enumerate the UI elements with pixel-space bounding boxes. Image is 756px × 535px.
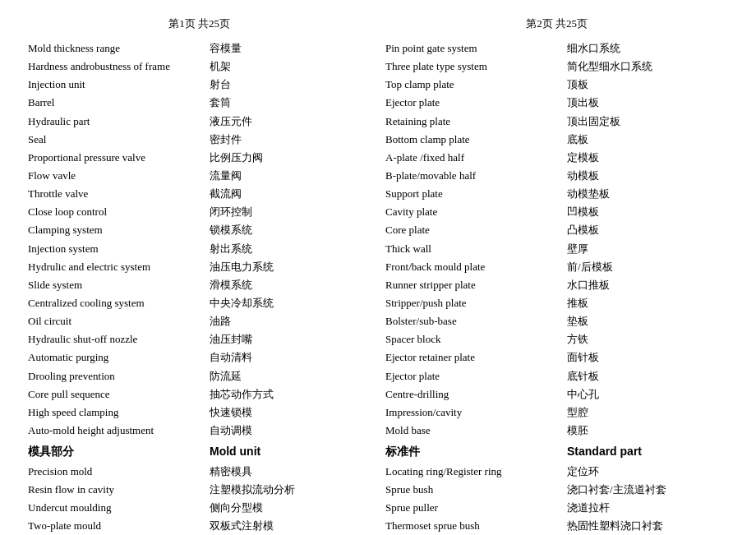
entry-chinese: 闭环控制 bbox=[206, 203, 374, 221]
entry-chinese: 浇口衬套/主流道衬套 bbox=[564, 481, 731, 499]
table-row: High speed clamping快速锁模 bbox=[25, 404, 374, 422]
table-row: Ejector retainer plate面针板 bbox=[382, 348, 731, 367]
table-row: Mold thickness range容模量 bbox=[25, 39, 374, 58]
entry-chinese: 中央冷却系统 bbox=[206, 294, 374, 312]
entry-english: Injection unit bbox=[25, 76, 206, 94]
page-header-1: 第1页 共25页 bbox=[25, 16, 374, 31]
entry-english: Centre-drilling bbox=[382, 385, 564, 404]
entry-chinese: 凸模板 bbox=[564, 221, 731, 239]
entry-chinese: 比例压力阀 bbox=[206, 149, 374, 167]
entry-english: A-plate /fixed half bbox=[382, 149, 564, 167]
table-row: Slide system滑模系统 bbox=[25, 276, 374, 294]
entry-chinese: 精密模具 bbox=[206, 463, 374, 481]
entry-english: Ejector plate bbox=[382, 94, 564, 112]
entry-english: Support plate bbox=[382, 185, 564, 203]
table-row: 模具部分Mold unit bbox=[25, 440, 374, 463]
table-row: Sprue bush浇口衬套/主流道衬套 bbox=[382, 481, 731, 499]
entry-chinese: 中心孔 bbox=[564, 385, 731, 404]
table-row: Core plate凸模板 bbox=[382, 221, 731, 239]
table-row: Close loop control闭环控制 bbox=[25, 203, 374, 221]
entry-chinese: 顶板 bbox=[564, 76, 731, 94]
entry-english: Undercut moulding bbox=[25, 499, 206, 517]
entry-english: Close loop control bbox=[25, 203, 206, 221]
entry-english: Slide system bbox=[25, 276, 206, 294]
page-column-1: 第1页 共25页Mold thickness range容模量Hardness … bbox=[25, 16, 374, 535]
entry-chinese: 垫板 bbox=[564, 312, 731, 330]
section-zh: 模具部分 bbox=[25, 440, 206, 463]
entry-chinese: 浇道拉杆 bbox=[564, 499, 731, 517]
table-row: Three plate type system简化型细水口系统 bbox=[382, 58, 731, 76]
entry-chinese: 方铁 bbox=[564, 330, 731, 348]
table-row: Runner stripper plate水口推板 bbox=[382, 276, 731, 294]
table-row: Hydraulic shut-off nozzle油压封嘴 bbox=[25, 330, 374, 348]
entry-chinese: 自动调模 bbox=[206, 422, 374, 440]
table-row: Hydrulic and electric system油压电力系统 bbox=[25, 258, 374, 276]
table-row: Thick wall壁厚 bbox=[382, 240, 731, 258]
entry-chinese: 底板 bbox=[564, 131, 731, 149]
table-row: Centralized cooling system中央冷却系统 bbox=[25, 294, 374, 312]
entry-chinese: 流量阀 bbox=[206, 167, 374, 185]
entry-english: Sprue puller bbox=[382, 499, 564, 517]
entry-english: Injection system bbox=[25, 240, 206, 258]
table-row: Auto-mold height adjustment自动调模 bbox=[25, 422, 374, 440]
entry-chinese: 动模垫板 bbox=[564, 185, 731, 203]
entry-chinese: 前/后模板 bbox=[564, 258, 731, 276]
table-row: A-plate /fixed half定模板 bbox=[382, 149, 731, 167]
entry-chinese: 油路 bbox=[206, 312, 374, 330]
entry-english: Oil circuit bbox=[25, 312, 206, 330]
entry-chinese: 壁厚 bbox=[564, 240, 731, 258]
page-column-2: 第2页 共25页Pin point gate system细水口系统Three … bbox=[382, 16, 731, 535]
table-row: Injection unit射台 bbox=[25, 76, 374, 94]
entry-chinese: 细水口系统 bbox=[564, 39, 731, 58]
entry-chinese: 容模量 bbox=[206, 39, 374, 58]
entry-table-2: Pin point gate system细水口系统Three plate ty… bbox=[382, 39, 731, 535]
entry-english: Bottom clamp plate bbox=[382, 131, 564, 149]
entry-english: Ejector plate bbox=[382, 367, 564, 385]
entry-chinese: 顶出板 bbox=[564, 94, 731, 112]
table-row: Top clamp plate顶板 bbox=[382, 76, 731, 94]
table-row: Proportional pressure valve比例压力阀 bbox=[25, 149, 374, 167]
entry-english: Retaining plate bbox=[382, 113, 564, 131]
table-row: Hardness androbustness of frame机架 bbox=[25, 58, 374, 76]
entry-chinese: 侧向分型模 bbox=[206, 499, 374, 517]
entry-chinese: 定位环 bbox=[564, 463, 731, 481]
table-row: Retaining plate顶出固定板 bbox=[382, 113, 731, 131]
entry-chinese: 油压封嘴 bbox=[206, 330, 374, 348]
entry-english: Automatic purging bbox=[25, 348, 206, 367]
entry-english: Thick wall bbox=[382, 240, 564, 258]
table-row: Injection system射出系统 bbox=[25, 240, 374, 258]
entry-chinese: 滑模系统 bbox=[206, 276, 374, 294]
entry-english: Hydrulic and electric system bbox=[25, 258, 206, 276]
table-row: Hydraulic part液压元件 bbox=[25, 113, 374, 131]
entry-english: Hydraulic shut-off nozzle bbox=[25, 330, 206, 348]
entry-english: Impression/cavity bbox=[382, 404, 564, 422]
table-row: Front/back mould plate前/后模板 bbox=[382, 258, 731, 276]
table-row: Seal密封件 bbox=[25, 131, 374, 149]
table-row: Two-plate mould双板式注射模 bbox=[25, 517, 374, 535]
entry-chinese: 射台 bbox=[206, 76, 374, 94]
entry-chinese: 底针板 bbox=[564, 367, 731, 385]
table-row: Cavity plate凹模板 bbox=[382, 203, 731, 221]
entry-english: Clamping system bbox=[25, 221, 206, 239]
table-row: B-plate/movable half动模板 bbox=[382, 167, 731, 185]
table-row: Ejector plate底针板 bbox=[382, 367, 731, 385]
entry-chinese: 截流阀 bbox=[206, 185, 374, 203]
entry-english: Stripper/push plate bbox=[382, 294, 564, 312]
table-row: Undercut moulding侧向分型模 bbox=[25, 499, 374, 517]
table-row: Oil circuit油路 bbox=[25, 312, 374, 330]
entry-english: Hydraulic part bbox=[25, 113, 206, 131]
entry-chinese: 顶出固定板 bbox=[564, 113, 731, 131]
entry-english: Seal bbox=[25, 131, 206, 149]
entry-chinese: 热固性塑料浇口衬套 bbox=[564, 517, 731, 535]
entry-english: Precision mold bbox=[25, 463, 206, 481]
table-row: Drooling prevention防流延 bbox=[25, 367, 374, 385]
table-row: Core pull sequence抽芯动作方式 bbox=[25, 385, 374, 404]
table-row: Ejector plate顶出板 bbox=[382, 94, 731, 112]
entry-english: Front/back mould plate bbox=[382, 258, 564, 276]
table-row: Bolster/sub-base垫板 bbox=[382, 312, 731, 330]
section-zh: 标准件 bbox=[382, 440, 564, 463]
entry-chinese: 推板 bbox=[564, 294, 731, 312]
table-row: Impression/cavity型腔 bbox=[382, 404, 731, 422]
table-row: Mold base模胚 bbox=[382, 422, 731, 440]
entry-english: Auto-mold height adjustment bbox=[25, 422, 206, 440]
